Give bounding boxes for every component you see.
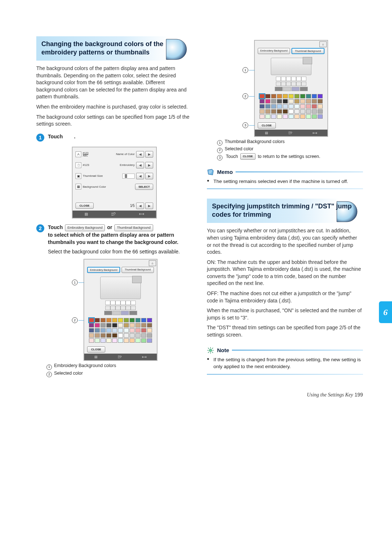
color-swatch[interactable] xyxy=(318,99,323,103)
color-swatch[interactable] xyxy=(135,333,140,338)
prev-button[interactable]: ◀ xyxy=(136,162,144,168)
color-swatch[interactable] xyxy=(141,323,146,327)
color-swatch[interactable] xyxy=(277,104,282,109)
color-swatch[interactable] xyxy=(306,104,311,109)
color-swatch[interactable] xyxy=(124,333,129,338)
color-swatch[interactable] xyxy=(89,338,94,343)
color-swatch[interactable] xyxy=(277,109,282,114)
color-swatch[interactable] xyxy=(283,109,288,114)
toolbar-icon[interactable]: ⟷ xyxy=(313,131,317,135)
page-prev-button[interactable]: ◀ xyxy=(136,203,144,209)
color-swatch[interactable] xyxy=(89,323,94,327)
color-swatch[interactable] xyxy=(289,109,294,114)
color-swatch[interactable] xyxy=(135,338,140,343)
color-swatch[interactable] xyxy=(95,318,100,322)
color-swatch[interactable] xyxy=(118,328,123,333)
color-swatch[interactable] xyxy=(289,104,294,109)
color-swatch[interactable] xyxy=(260,104,265,109)
color-swatch[interactable] xyxy=(101,323,106,327)
color-swatch[interactable] xyxy=(260,114,265,119)
color-swatch[interactable] xyxy=(89,333,94,338)
color-swatch[interactable] xyxy=(312,99,317,103)
color-swatch[interactable] xyxy=(101,338,106,343)
toolbar-icon[interactable]: ▤ xyxy=(265,131,268,135)
color-swatch-grid[interactable] xyxy=(255,93,327,121)
color-swatch[interactable] xyxy=(300,109,305,114)
color-swatch[interactable] xyxy=(277,94,282,98)
color-swatch[interactable] xyxy=(312,109,317,114)
color-swatch[interactable] xyxy=(130,333,135,338)
color-swatch[interactable] xyxy=(271,109,276,114)
color-swatch[interactable] xyxy=(89,328,94,333)
color-swatch-grid[interactable] xyxy=(84,317,157,345)
close-button[interactable]: CLOSE xyxy=(87,346,105,353)
close-button[interactable]: CLOSE xyxy=(258,122,276,129)
toolbar-icon[interactable]: ▤ xyxy=(85,212,88,216)
color-swatch[interactable] xyxy=(106,333,111,338)
color-swatch[interactable] xyxy=(271,99,276,103)
color-swatch[interactable] xyxy=(283,94,288,98)
home-icon[interactable]: ⌂ xyxy=(319,41,327,47)
color-swatch[interactable] xyxy=(124,328,129,333)
color-swatch[interactable] xyxy=(306,109,311,114)
toolbar-icon[interactable]: ⟷ xyxy=(142,355,147,359)
prev-button[interactable]: ◀ xyxy=(136,151,144,158)
color-swatch[interactable] xyxy=(312,94,317,98)
prev-button[interactable]: ◀ xyxy=(136,173,144,179)
thumbnail-background-button[interactable]: Thumbnail Background xyxy=(114,224,153,231)
color-swatch[interactable] xyxy=(147,338,152,343)
color-swatch[interactable] xyxy=(312,114,317,119)
color-swatch[interactable] xyxy=(124,323,129,327)
color-swatch[interactable] xyxy=(318,114,323,119)
color-swatch[interactable] xyxy=(300,99,305,103)
color-swatch[interactable] xyxy=(260,94,265,98)
color-swatch[interactable] xyxy=(294,104,299,109)
close-button[interactable]: CLOSE xyxy=(75,203,94,209)
color-swatch[interactable] xyxy=(289,94,294,98)
page-next-button[interactable]: ▶ xyxy=(145,203,153,209)
color-swatch[interactable] xyxy=(289,114,294,119)
color-swatch[interactable] xyxy=(306,99,311,103)
color-swatch[interactable] xyxy=(112,338,117,343)
toolbar-icon[interactable]: ⟷ xyxy=(139,212,144,216)
color-swatch[interactable] xyxy=(130,338,135,343)
toolbar-icon[interactable]: ⍰? xyxy=(289,131,292,135)
color-swatch[interactable] xyxy=(130,323,135,327)
color-swatch[interactable] xyxy=(141,328,146,333)
home-icon[interactable]: ⌂ xyxy=(149,260,156,266)
color-swatch[interactable] xyxy=(300,104,305,109)
color-swatch[interactable] xyxy=(118,333,123,338)
color-swatch[interactable] xyxy=(300,114,305,119)
embroidery-background-button[interactable]: Embroidery Background xyxy=(65,224,105,231)
color-swatch[interactable] xyxy=(141,333,146,338)
select-button[interactable]: SELECT xyxy=(135,184,153,190)
color-swatch[interactable] xyxy=(265,94,270,98)
color-swatch[interactable] xyxy=(130,328,135,333)
color-swatch[interactable] xyxy=(294,109,299,114)
color-swatch[interactable] xyxy=(118,323,123,327)
color-swatch[interactable] xyxy=(106,338,111,343)
color-swatch[interactable] xyxy=(271,114,276,119)
color-swatch[interactable] xyxy=(141,318,146,322)
color-swatch[interactable] xyxy=(260,99,265,103)
next-button[interactable]: ▶ xyxy=(145,151,153,158)
thumbnail-size-slider[interactable] xyxy=(122,174,135,179)
color-swatch[interactable] xyxy=(141,338,146,343)
color-swatch[interactable] xyxy=(265,114,270,119)
color-swatch[interactable] xyxy=(283,104,288,109)
color-swatch[interactable] xyxy=(283,99,288,103)
next-button[interactable]: ▶ xyxy=(145,173,153,179)
color-swatch[interactable] xyxy=(118,338,123,343)
color-swatch[interactable] xyxy=(294,114,299,119)
color-swatch[interactable] xyxy=(95,323,100,327)
color-swatch[interactable] xyxy=(283,114,288,119)
color-swatch[interactable] xyxy=(106,323,111,327)
tab-thumbnail-bg[interactable]: Thumbnail Background xyxy=(291,48,324,54)
color-swatch[interactable] xyxy=(89,318,94,322)
next-button[interactable]: ▶ xyxy=(145,162,153,168)
color-swatch[interactable] xyxy=(294,94,299,98)
color-swatch[interactable] xyxy=(147,333,152,338)
color-swatch[interactable] xyxy=(101,333,106,338)
color-swatch[interactable] xyxy=(300,94,305,98)
tab-thumbnail-bg[interactable]: Thumbnail Background xyxy=(122,267,154,273)
